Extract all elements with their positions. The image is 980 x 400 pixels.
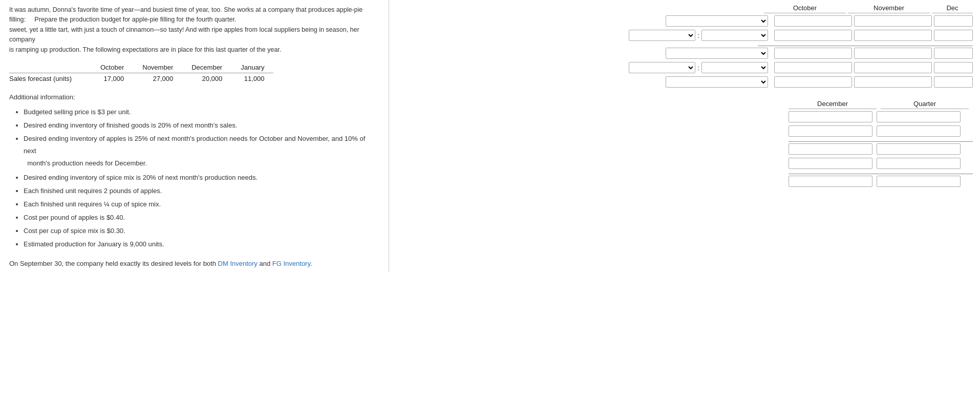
lower-row-3 (789, 143, 973, 155)
right-panel: October November Dec : (389, 0, 980, 272)
list-item: Desired ending inventory of spice mix is… (24, 172, 379, 184)
dropdown-2b[interactable] (701, 30, 768, 41)
input-nov-3[interactable] (854, 48, 932, 59)
lower-col-header-quarter: Quarter (881, 100, 969, 109)
input-dec-5[interactable] (934, 76, 973, 88)
input-row-1 (396, 15, 973, 27)
col-header-october: October (91, 62, 133, 73)
list-item: Cost per pound of apples is $0.40. (24, 212, 379, 224)
lower-divider-1 (789, 141, 973, 142)
dropdown-5[interactable] (666, 76, 768, 88)
lower-input-qtr-2[interactable] (877, 125, 961, 137)
lower-input-dec-1[interactable] (789, 111, 872, 122)
input-nov-4[interactable] (854, 62, 932, 73)
lower-input-qtr-3[interactable] (877, 143, 961, 155)
input-dec-3[interactable] (934, 48, 973, 59)
bullet-list: Budgeted selling price is $3 per unit. D… (9, 106, 379, 251)
input-row-4: : (396, 62, 973, 73)
lower-cols: December Quarter (789, 100, 973, 190)
lower-section: December Quarter (396, 100, 973, 190)
row-divider-1 (758, 46, 973, 46)
input-nov-1[interactable] (854, 15, 932, 27)
list-item: Desired ending inventory of apples is 25… (24, 133, 379, 170)
forecast-table: October November December January Sales … (9, 62, 273, 84)
story-text: It was autumn, Donna's favorite time of … (9, 5, 379, 55)
col-header-january: January (231, 62, 273, 73)
col-header-dec: Dec (932, 4, 973, 13)
input-row-3 (396, 48, 973, 59)
col-header-november: November (133, 62, 182, 73)
dropdown-2a[interactable] (629, 30, 695, 41)
column-headers-row: October November Dec (396, 4, 973, 13)
input-nov-2[interactable] (854, 30, 932, 41)
lower-input-dec-2[interactable] (789, 125, 872, 137)
lower-input-dec-3[interactable] (789, 143, 872, 155)
lower-row-2 (789, 125, 973, 137)
col-header-blank (9, 62, 91, 73)
list-item: Desired ending inventory of finished goo… (24, 119, 379, 132)
input-dec-4[interactable] (934, 62, 973, 73)
cell-november: 27,000 (133, 73, 182, 84)
left-panel: It was autumn, Donna's favorite time of … (0, 0, 389, 272)
row-controls-5 (666, 76, 768, 88)
input-oct-2[interactable] (774, 30, 852, 41)
colon-sep-2: : (697, 64, 699, 72)
lower-input-qtr-1[interactable] (877, 111, 961, 122)
table-row: Sales forecast (units) 17,000 27,000 20,… (9, 73, 273, 84)
input-oct-5[interactable] (774, 76, 852, 88)
lower-input-dec-4[interactable] (789, 158, 872, 169)
list-item: Budgeted selling price is $3 per unit. (24, 106, 379, 118)
row-label: Sales forecast (units) (9, 73, 91, 84)
col-header-december: December (182, 62, 231, 73)
input-dec-2[interactable] (934, 30, 973, 41)
lower-input-dec-5[interactable] (789, 176, 872, 187)
dropdown-4b[interactable] (701, 62, 768, 73)
col-header-november: November (848, 4, 930, 13)
cell-october: 17,000 (91, 73, 133, 84)
lower-col-header-december: December (789, 100, 877, 109)
input-oct-1[interactable] (774, 15, 852, 27)
additional-info-heading: Additional information: (9, 93, 379, 101)
input-row-5 (396, 76, 973, 88)
list-item: Each finished unit requires 2 pounds of … (24, 185, 379, 197)
list-item: Cost per cup of spice mix is $0.30. (24, 225, 379, 237)
col-header-october: October (764, 4, 846, 13)
dropdown-1[interactable] (666, 15, 768, 27)
row-controls-2: : (629, 30, 768, 41)
input-row-2: : (396, 30, 973, 41)
input-dec-1[interactable] (934, 15, 973, 27)
lower-row-5 (789, 176, 973, 187)
footer-note: On September 30, the company held exactl… (9, 260, 379, 267)
lower-row-1 (789, 111, 973, 122)
colon-sep: : (697, 32, 699, 39)
cell-january: 11,000 (231, 73, 273, 84)
dropdown-3[interactable] (666, 48, 768, 59)
lower-col-headers: December Quarter (789, 100, 973, 109)
cell-december: 20,000 (182, 73, 231, 84)
input-oct-3[interactable] (774, 48, 852, 59)
list-item: Each finished unit requires ¼ cup of spi… (24, 198, 379, 210)
row-controls-3 (666, 48, 768, 59)
lower-input-qtr-5[interactable] (877, 176, 961, 187)
row-controls-4: : (629, 62, 768, 73)
lower-input-qtr-4[interactable] (877, 158, 961, 169)
lower-divider-2 (789, 174, 973, 174)
lower-row-4 (789, 158, 973, 169)
dropdown-4a[interactable] (629, 62, 695, 73)
main-layout: It was autumn, Donna's favorite time of … (0, 0, 980, 272)
instruction-text: Prepare the production budget for apple-… (34, 16, 236, 23)
list-item: Estimated production for January is 9,00… (24, 238, 379, 250)
row-controls-1 (666, 15, 768, 27)
input-nov-5[interactable] (854, 76, 932, 88)
input-oct-4[interactable] (774, 62, 852, 73)
